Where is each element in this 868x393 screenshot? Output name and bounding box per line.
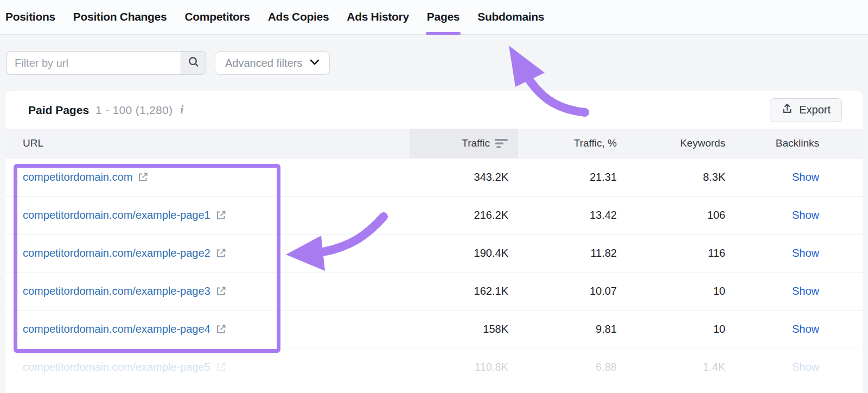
table-row: competitordomain.com/example-page2 190.4… bbox=[5, 234, 863, 272]
backlinks-show-link[interactable]: Show bbox=[792, 285, 819, 297]
column-header-traffic[interactable]: Traffic bbox=[410, 129, 518, 158]
card-header: Paid Pages 1 - 100 (1,280) i Export bbox=[5, 91, 863, 129]
traffic-pct-value: 6.88 bbox=[518, 348, 627, 386]
external-link-icon[interactable] bbox=[215, 324, 227, 335]
traffic-pct-value: 11.82 bbox=[518, 234, 627, 272]
backlinks-show-link[interactable]: Show bbox=[792, 247, 819, 259]
tab-subdomains[interactable]: Subdomains bbox=[477, 0, 544, 34]
advanced-filters-button[interactable]: Advanced filters bbox=[215, 51, 330, 75]
keywords-value: 1.4K bbox=[627, 348, 735, 386]
tab-pages[interactable]: Pages bbox=[427, 0, 459, 34]
traffic-pct-value: 21.31 bbox=[518, 159, 627, 196]
external-link-icon[interactable] bbox=[137, 172, 149, 183]
chevron-down-icon bbox=[310, 58, 320, 68]
table-row: competitordomain.com/example-page5 110.8… bbox=[5, 348, 863, 386]
table-row: competitordomain.com/example-page3 162.1… bbox=[5, 272, 863, 310]
traffic-pct-value: 13.42 bbox=[518, 196, 627, 234]
filter-bar: Advanced filters bbox=[0, 35, 868, 91]
card-title: Paid Pages bbox=[28, 104, 89, 117]
page-url-link[interactable]: competitordomain.com/example-page3 bbox=[23, 285, 210, 297]
traffic-header-label: Traffic bbox=[462, 137, 490, 149]
page-url-link[interactable]: competitordomain.com/example-page2 bbox=[23, 247, 210, 259]
tab-positions[interactable]: Positions bbox=[5, 0, 55, 34]
table-row: competitordomain.com/example-page1 216.2… bbox=[5, 196, 863, 234]
page-url-link[interactable]: competitordomain.com/example-page1 bbox=[23, 209, 210, 221]
tab-ads-history[interactable]: Ads History bbox=[347, 0, 409, 34]
advanced-filters-label: Advanced filters bbox=[225, 57, 302, 69]
column-header-url[interactable]: URL bbox=[5, 129, 410, 158]
keywords-value: 10 bbox=[627, 272, 735, 310]
upload-icon bbox=[781, 103, 793, 117]
table-row: competitordomain.com/example-page4 158K … bbox=[5, 310, 863, 348]
info-icon[interactable]: i bbox=[180, 103, 183, 117]
search-button[interactable] bbox=[181, 51, 206, 75]
external-link-icon[interactable] bbox=[215, 362, 227, 373]
keywords-value: 10 bbox=[627, 310, 735, 348]
external-link-icon[interactable] bbox=[215, 210, 227, 221]
column-header-keywords[interactable]: Keywords bbox=[627, 129, 735, 158]
keywords-value: 106 bbox=[627, 196, 735, 234]
traffic-value: 216.2K bbox=[410, 196, 518, 234]
sort-descending-icon bbox=[495, 139, 508, 148]
traffic-value: 190.4K bbox=[410, 234, 518, 272]
keywords-value: 116 bbox=[627, 234, 735, 272]
report-tabs-bar: Positions Position Changes Competitors A… bbox=[0, 0, 868, 35]
backlinks-show-link[interactable]: Show bbox=[792, 323, 819, 335]
tab-ads-copies[interactable]: Ads Copies bbox=[268, 0, 329, 34]
results-range: 1 - 100 (1,280) bbox=[95, 104, 173, 117]
column-header-backlinks[interactable]: Backlinks bbox=[735, 129, 863, 158]
traffic-value: 343.2K bbox=[410, 159, 518, 196]
external-link-icon[interactable] bbox=[215, 248, 227, 259]
page-url-link[interactable]: competitordomain.com/example-page4 bbox=[23, 323, 210, 335]
traffic-value: 158K bbox=[410, 310, 518, 348]
backlinks-show-link[interactable]: Show bbox=[792, 209, 819, 221]
backlinks-show-link[interactable]: Show bbox=[792, 171, 819, 183]
magnifier-icon bbox=[188, 56, 200, 70]
export-label: Export bbox=[799, 104, 831, 116]
table-row: competitordomain.com 343.2K 21.31 8.3K S… bbox=[5, 158, 863, 196]
paid-pages-card: Paid Pages 1 - 100 (1,280) i Export URL … bbox=[5, 91, 863, 393]
table-header-row: URL Traffic Traffic, % Keywords Backlink… bbox=[5, 129, 863, 158]
export-button[interactable]: Export bbox=[770, 98, 842, 122]
backlinks-show-link[interactable]: Show bbox=[792, 361, 819, 373]
tab-competitors[interactable]: Competitors bbox=[184, 0, 250, 34]
url-filter-input[interactable] bbox=[7, 51, 181, 75]
tab-position-changes[interactable]: Position Changes bbox=[73, 0, 167, 34]
external-link-icon[interactable] bbox=[215, 286, 227, 297]
keywords-value: 8.3K bbox=[627, 159, 735, 196]
traffic-value: 162.1K bbox=[410, 272, 518, 310]
traffic-pct-value: 9.81 bbox=[518, 310, 627, 348]
page-url-link[interactable]: competitordomain.com bbox=[23, 171, 132, 183]
column-header-traffic-pct[interactable]: Traffic, % bbox=[518, 129, 627, 158]
page-url-link[interactable]: competitordomain.com/example-page5 bbox=[23, 361, 210, 373]
traffic-pct-value: 10.07 bbox=[518, 272, 627, 310]
traffic-value: 110.8K bbox=[410, 348, 518, 386]
